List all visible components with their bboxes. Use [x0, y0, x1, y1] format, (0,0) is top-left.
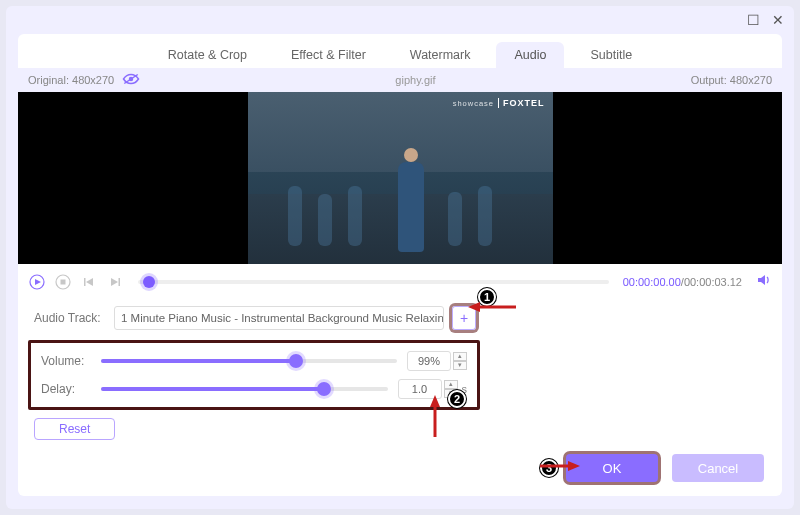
file-name: giphy.gif — [140, 74, 690, 86]
sliders-group: Volume: 99% ▴▾ Delay: 1.0 ▴▾ — [28, 340, 480, 410]
tab-audio[interactable]: Audio — [496, 42, 564, 68]
tab-watermark[interactable]: Watermark — [392, 42, 489, 68]
next-frame-icon[interactable] — [106, 273, 124, 291]
svg-rect-8 — [119, 278, 121, 286]
tab-bar: Rotate & Crop Effect & Filter Watermark … — [18, 34, 782, 68]
volume-stepper[interactable]: ▴▾ — [453, 352, 467, 370]
delay-slider[interactable] — [101, 387, 388, 391]
annotation-arrow-1 — [468, 300, 516, 314]
footer-buttons: 3 OK Cancel — [540, 454, 764, 482]
stop-icon[interactable] — [54, 273, 72, 291]
svg-rect-5 — [61, 280, 66, 285]
content-area: Rotate & Crop Effect & Filter Watermark … — [18, 34, 782, 496]
app-window: ☐ ✕ Rotate & Crop Effect & Filter Waterm… — [6, 6, 794, 509]
annotation-arrow-2 — [428, 395, 442, 437]
cancel-button[interactable]: Cancel — [672, 454, 764, 482]
svg-marker-16 — [568, 461, 580, 471]
tab-rotate-crop[interactable]: Rotate & Crop — [150, 42, 265, 68]
time-current: 00:00:00.00 — [623, 276, 681, 288]
annotation-badge-2: 2 — [448, 390, 466, 408]
tab-subtitle[interactable]: Subtitle — [572, 42, 650, 68]
svg-marker-12 — [468, 302, 480, 312]
time-duration: 00:00:03.12 — [684, 276, 742, 288]
volume-slider[interactable] — [101, 359, 397, 363]
volume-value: 99% — [407, 351, 451, 371]
prev-frame-icon[interactable] — [80, 273, 98, 291]
info-bar: Original: 480x270 giphy.gif Output: 480x… — [18, 68, 782, 92]
svg-marker-10 — [758, 275, 765, 285]
svg-marker-7 — [86, 278, 93, 286]
audio-panel: Audio Track: 1 Minute Piano Music - Inst… — [18, 296, 782, 440]
annotation-arrow-3 — [540, 459, 580, 477]
original-dimensions: Original: 480x270 — [28, 74, 114, 86]
svg-marker-14 — [430, 395, 440, 407]
play-icon[interactable] — [28, 273, 46, 291]
output-dimensions: Output: 480x270 — [691, 74, 772, 86]
preview-frame: showcaseFOXTEL — [248, 92, 553, 264]
svg-rect-6 — [84, 278, 86, 286]
tab-effect-filter[interactable]: Effect & Filter — [273, 42, 384, 68]
audio-track-label: Audio Track: — [34, 311, 114, 325]
window-maximize-icon[interactable]: ☐ — [747, 12, 760, 28]
svg-marker-9 — [111, 278, 118, 286]
audio-track-select[interactable]: 1 Minute Piano Music - Instrumental Back… — [114, 306, 444, 330]
timecode: 00:00:00.00/00:00:03.12 — [623, 276, 742, 288]
volume-icon[interactable] — [756, 272, 772, 292]
volume-label: Volume: — [41, 354, 101, 368]
svg-marker-3 — [35, 279, 41, 285]
audio-track-value: 1 Minute Piano Music - Instrumental Back… — [121, 312, 444, 324]
player-controls: 00:00:00.00/00:00:03.12 — [18, 264, 782, 296]
video-preview: showcaseFOXTEL — [18, 92, 782, 264]
preview-watermark: showcaseFOXTEL — [453, 98, 545, 108]
titlebar: ☐ ✕ — [6, 6, 794, 34]
reset-button[interactable]: Reset — [34, 418, 115, 440]
timeline-slider[interactable] — [138, 280, 609, 284]
window-close-icon[interactable]: ✕ — [772, 12, 784, 28]
delay-label: Delay: — [41, 382, 101, 396]
preview-visibility-icon[interactable] — [122, 72, 140, 88]
